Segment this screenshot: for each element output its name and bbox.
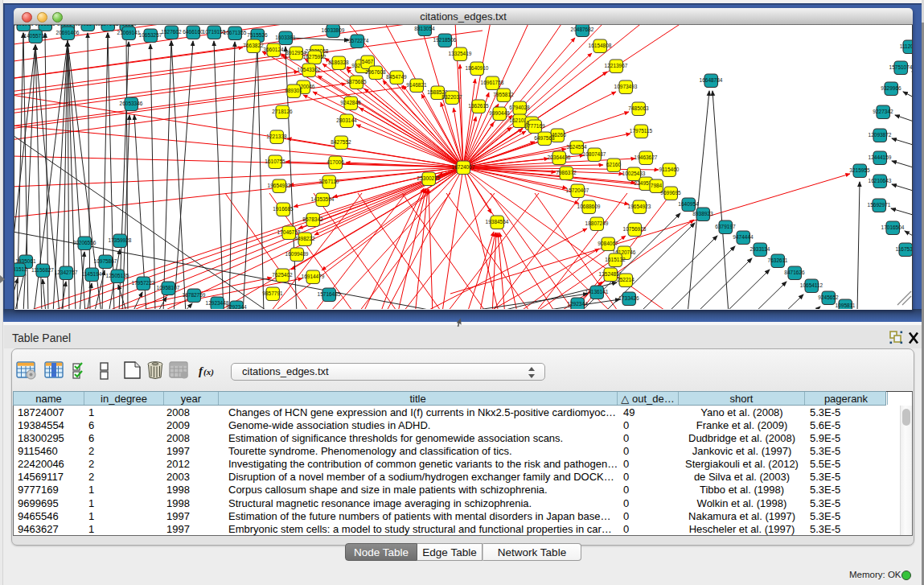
- svg-text:16275952: 16275952: [303, 54, 326, 60]
- svg-text:1527602: 1527602: [97, 25, 118, 27]
- svg-text:19654933: 19654933: [268, 183, 291, 188]
- svg-text:9227342: 9227342: [873, 109, 893, 114]
- svg-text:9292344: 9292344: [226, 304, 247, 309]
- svg-text:9146821: 9146821: [406, 82, 427, 88]
- svg-text:18640910: 18640910: [466, 65, 489, 71]
- svg-text:10688609: 10688609: [577, 204, 601, 209]
- svg-text:14136141: 14136141: [585, 289, 609, 295]
- svg-text:7986372: 7986372: [556, 170, 577, 175]
- svg-text:9777169: 9777169: [524, 123, 545, 129]
- svg-text:21069141: 21069141: [117, 30, 141, 35]
- svg-text:10654112: 10654112: [800, 282, 823, 288]
- svg-text:12342757: 12342757: [55, 270, 78, 275]
- svg-text:3267110: 3267110: [319, 179, 339, 184]
- svg-text:2967608: 2967608: [365, 69, 386, 75]
- svg-text:1362615: 1362615: [468, 103, 489, 109]
- svg-text:15751074: 15751074: [889, 64, 912, 70]
- svg-text:19654923: 19654923: [628, 204, 651, 209]
- svg-text:9115460: 9115460: [659, 167, 680, 172]
- svg-text:10973493: 10973493: [614, 84, 638, 89]
- svg-text:9474444: 9474444: [733, 234, 754, 240]
- svg-text:26053346: 26053346: [120, 101, 143, 106]
- svg-text:6497568: 6497568: [534, 135, 555, 141]
- svg-text:1733426: 1733426: [618, 295, 639, 301]
- svg-text:989301: 989301: [285, 88, 302, 93]
- svg-text:5467: 5467: [362, 59, 374, 64]
- svg-text:20364436: 20364436: [548, 154, 571, 160]
- svg-text:10025433: 10025433: [622, 171, 646, 176]
- svg-text:1640954: 1640954: [678, 201, 699, 207]
- svg-text:14055714: 14055714: [24, 33, 47, 39]
- svg-text:9699695: 9699695: [660, 190, 681, 196]
- svg-text:10756928: 10756928: [623, 226, 647, 232]
- svg-text:8427552: 8427552: [331, 139, 351, 145]
- svg-text:17957223: 17957223: [132, 280, 155, 286]
- svg-text:16099489: 16099489: [285, 251, 309, 257]
- svg-text:20206556: 20206556: [73, 240, 97, 245]
- svg-text:16154808: 16154808: [589, 43, 612, 48]
- svg-text:10958107: 10958107: [157, 285, 180, 290]
- svg-text:1221338: 1221338: [266, 134, 287, 139]
- svg-text:1405571: 1405571: [77, 25, 98, 27]
- svg-text:19463627: 19463627: [634, 154, 658, 160]
- svg-text:1095811: 1095811: [836, 303, 856, 308]
- svg-text:12444159: 12444159: [869, 154, 892, 160]
- svg-text:17359928: 17359928: [109, 237, 132, 243]
- svg-text:7984: 7984: [651, 183, 663, 188]
- svg-text:15720407: 15720407: [566, 187, 589, 193]
- svg-text:7515526: 7515526: [247, 32, 268, 38]
- svg-text:8938923: 8938923: [692, 211, 713, 216]
- svg-text:13524851: 13524851: [599, 271, 622, 277]
- svg-text:1167533: 1167533: [896, 246, 912, 252]
- svg-text:4498222: 4498222: [294, 236, 315, 241]
- svg-text:12505135: 12505135: [106, 273, 129, 278]
- svg-text:8454749: 8454749: [386, 74, 407, 80]
- svg-text:19218506: 19218506: [433, 37, 457, 43]
- svg-text:10719155: 10719155: [203, 29, 226, 35]
- svg-text:19384554: 19384554: [486, 219, 509, 225]
- svg-text:7663822: 7663822: [243, 43, 264, 48]
- svg-text:17975115: 17975115: [630, 128, 653, 134]
- svg-text:18807249: 18807249: [585, 220, 609, 226]
- svg-text:16782759: 16782759: [183, 292, 206, 298]
- svg-text:10671355: 10671355: [224, 30, 247, 35]
- svg-text:15692971: 15692971: [868, 202, 891, 208]
- svg-text:16961758: 16961758: [481, 80, 504, 85]
- svg-text:17016504: 17016504: [881, 225, 905, 230]
- svg-text:1603381: 1603381: [275, 35, 296, 40]
- svg-text:3624554: 3624554: [566, 144, 587, 150]
- svg-text:6379197: 6379197: [715, 224, 736, 229]
- svg-text:2803144: 2803144: [336, 117, 357, 123]
- svg-text:16210643: 16210643: [869, 178, 892, 183]
- svg-text:16648784: 16648784: [700, 77, 723, 83]
- svg-text:12213967: 12213967: [605, 63, 628, 68]
- svg-text:6466160: 6466160: [183, 29, 203, 35]
- svg-text:9245652: 9245652: [818, 295, 839, 300]
- svg-text:1527602: 1527602: [161, 29, 182, 35]
- svg-text:8186328: 8186328: [328, 60, 349, 65]
- svg-text:1112047: 1112047: [900, 43, 912, 49]
- svg-text:2718126: 2718126: [272, 109, 293, 114]
- svg-text:1615132: 1615132: [605, 257, 626, 262]
- svg-text:931512: 931512: [14, 266, 27, 272]
- svg-text:9857791: 9857791: [262, 290, 283, 296]
- svg-text:8578342: 8578342: [302, 216, 323, 222]
- svg-text:10975867: 10975867: [94, 258, 117, 264]
- svg-text:8813054: 8813054: [414, 26, 435, 31]
- svg-text:73572274: 73572274: [346, 38, 369, 43]
- svg-text:20487682: 20487682: [571, 27, 594, 32]
- svg-text:10543362: 10543362: [298, 67, 321, 72]
- svg-text:(x): (x): [203, 367, 214, 377]
- svg-text:1292344: 1292344: [567, 301, 588, 307]
- svg-text:9990448: 9990448: [489, 110, 510, 116]
- svg-text:25300275: 25300275: [417, 175, 441, 181]
- svg-text:417006: 417006: [326, 159, 344, 165]
- svg-text:62160: 62160: [606, 162, 621, 167]
- svg-text:1065325: 1065325: [35, 25, 55, 27]
- svg-text:14353594: 14353594: [311, 196, 335, 202]
- svg-text:6794028: 6794028: [509, 105, 530, 110]
- svg-text:2106931: 2106931: [14, 25, 34, 27]
- svg-text:8471626: 8471626: [784, 270, 805, 275]
- svg-text:13325419: 13325419: [449, 51, 472, 56]
- svg-text:7955812: 7955812: [493, 92, 514, 97]
